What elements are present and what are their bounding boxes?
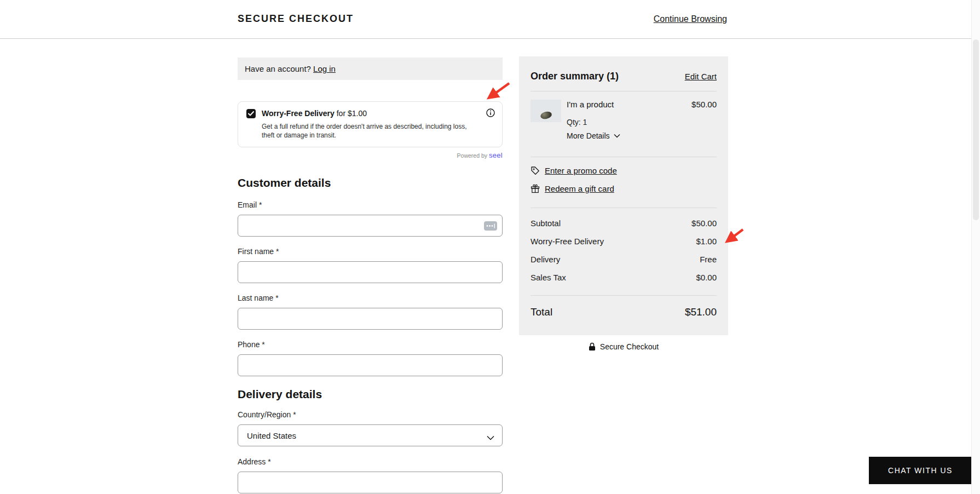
delivery-label: Delivery xyxy=(531,255,560,264)
tag-icon xyxy=(531,166,540,175)
edit-cart-link[interactable]: Edit Cart xyxy=(685,72,717,81)
scrollbar-thumb[interactable] xyxy=(973,39,979,220)
autofill-icon[interactable] xyxy=(484,221,497,231)
first-name-field-group: First name * xyxy=(238,247,503,283)
phone-field-group: Phone * xyxy=(238,340,503,376)
more-details-toggle[interactable]: More Details xyxy=(567,131,717,140)
info-icon[interactable] xyxy=(486,108,495,117)
worry-free-fee-value: $1.00 xyxy=(696,237,717,246)
delivery-details-heading: Delivery details xyxy=(238,388,322,401)
lock-icon xyxy=(589,342,596,351)
phone-label: Phone * xyxy=(238,340,503,349)
last-name-field-group: Last name * xyxy=(238,294,503,330)
address-field-group: Address * xyxy=(238,457,503,493)
email-label: Email * xyxy=(238,200,503,209)
subtotal-row: Subtotal $50.00 xyxy=(531,219,717,228)
divider xyxy=(531,91,717,91)
email-field-group: Email * xyxy=(238,200,503,237)
login-banner: Have an account? Log in xyxy=(238,58,503,80)
worry-free-delivery-box: Worry-Free Delivery for $1.00 Get a full… xyxy=(238,101,503,147)
worry-free-checkbox[interactable] xyxy=(246,109,256,118)
first-name-input[interactable] xyxy=(238,261,503,283)
total-value: $51.00 xyxy=(685,306,717,318)
promo-code-link[interactable]: Enter a promo code xyxy=(545,166,617,175)
country-label: Country/Region * xyxy=(238,410,503,419)
seel-logo: seel xyxy=(489,151,503,159)
powered-by-seel: Powered by seel xyxy=(238,151,503,159)
order-summary-title: Order summary (1) xyxy=(531,71,619,82)
worry-free-title: Worry-Free Delivery for $1.00 xyxy=(262,109,367,118)
product-price: $50.00 xyxy=(691,100,717,109)
checkmark-icon xyxy=(248,111,254,116)
product-name: I'm a product xyxy=(567,100,614,109)
divider xyxy=(531,157,717,157)
secure-checkout-note: Secure Checkout xyxy=(519,342,728,351)
total-label: Total xyxy=(531,306,552,318)
log-in-link[interactable]: Log in xyxy=(313,64,336,73)
delivery-row: Delivery Free xyxy=(531,255,717,264)
country-selected-value: United States xyxy=(247,431,296,440)
product-quantity: Qty: 1 xyxy=(567,118,717,127)
divider xyxy=(531,208,717,208)
worry-free-description: Get a full refund if the order doesn't a… xyxy=(262,122,480,140)
country-field-group: Country/Region * United States xyxy=(238,410,503,446)
checkout-page: SECURE CHECKOUT Continue Browsing Have a… xyxy=(0,0,980,494)
cart-item: I'm a product $50.00 Qty: 1 More Details xyxy=(531,100,717,140)
sales-tax-value: $0.00 xyxy=(696,273,717,282)
continue-browsing-link[interactable]: Continue Browsing xyxy=(654,14,727,24)
product-image xyxy=(540,111,553,120)
header: SECURE CHECKOUT Continue Browsing xyxy=(0,0,980,39)
address-label: Address * xyxy=(238,457,503,466)
customer-details-heading: Customer details xyxy=(238,176,331,189)
worry-free-fee-label: Worry-Free Delivery xyxy=(531,237,604,246)
worry-free-fee-row: Worry-Free Delivery $1.00 xyxy=(531,237,717,246)
divider xyxy=(531,295,717,296)
sales-tax-row: Sales Tax $0.00 xyxy=(531,273,717,282)
order-summary-panel: Order summary (1) Edit Cart I'm a produc… xyxy=(519,56,728,335)
country-select[interactable]: United States xyxy=(238,424,503,446)
last-name-label: Last name * xyxy=(238,294,503,302)
first-name-label: First name * xyxy=(238,247,503,256)
gift-card-row: Redeem a gift card xyxy=(531,184,717,193)
subtotal-value: $50.00 xyxy=(691,219,717,228)
gift-card-link[interactable]: Redeem a gift card xyxy=(545,184,614,193)
chevron-down-icon xyxy=(614,134,620,138)
gift-icon xyxy=(531,184,540,193)
last-name-input[interactable] xyxy=(238,308,503,330)
total-row: Total $51.00 xyxy=(531,306,717,318)
page-title: SECURE CHECKOUT xyxy=(238,13,354,25)
email-input[interactable] xyxy=(238,215,503,237)
product-thumbnail xyxy=(531,100,561,122)
subtotal-label: Subtotal xyxy=(531,219,561,228)
login-banner-text: Have an account? xyxy=(245,64,311,73)
promo-code-row: Enter a promo code xyxy=(531,166,717,175)
chevron-down-icon xyxy=(487,433,494,442)
phone-input[interactable] xyxy=(238,354,503,376)
delivery-value: Free xyxy=(700,255,717,264)
vertical-scrollbar[interactable] xyxy=(971,0,980,494)
sales-tax-label: Sales Tax xyxy=(531,273,566,282)
address-input[interactable] xyxy=(238,472,503,493)
chat-with-us-button[interactable]: CHAT WITH US xyxy=(869,457,972,484)
